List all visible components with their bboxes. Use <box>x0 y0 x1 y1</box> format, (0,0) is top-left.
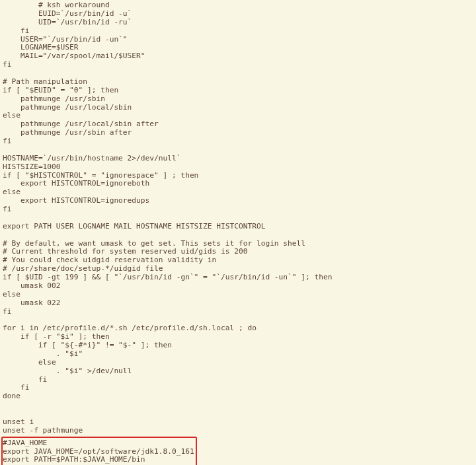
code-highlight: #JAVA_HOME export JAVA_HOME=/opt/softwar… <box>3 439 194 464</box>
code-main: # ksh workaround EUID=`/usr/bin/id -u` U… <box>3 1 332 435</box>
java-home-highlight: #JAVA_HOME export JAVA_HOME=/opt/softwar… <box>1 437 197 465</box>
shell-script-body: # ksh workaround EUID=`/usr/bin/id -u` U… <box>0 0 476 465</box>
